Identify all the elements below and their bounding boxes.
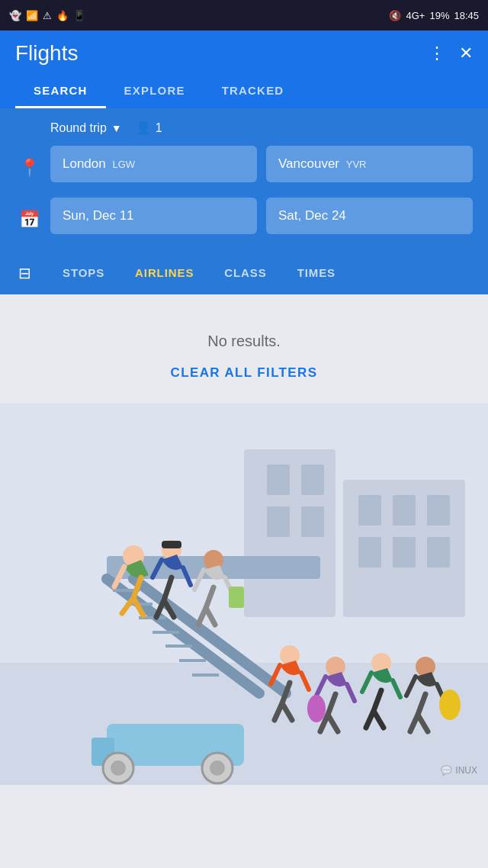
app-header: Flights ⋮ ✕ SEARCH EXPLORE TRACKED bbox=[0, 31, 488, 108]
wechat-icon: 💬 bbox=[441, 765, 452, 776]
tab-tracked[interactable]: TRACKED bbox=[204, 76, 303, 108]
origin-input[interactable]: London LGW bbox=[50, 146, 257, 182]
boarding-illustration bbox=[0, 403, 488, 785]
calendar-icon: 📅 bbox=[15, 210, 43, 230]
passengers-count: 1 bbox=[156, 121, 162, 135]
svg-rect-7 bbox=[358, 495, 381, 526]
filter-tab-times[interactable]: TIMES bbox=[282, 262, 351, 284]
search-panel: Round trip ▼ 👤 1 📍 London LGW Vancouver … bbox=[0, 108, 488, 254]
filter-bar: ⊟ STOPS AIRLINES CLASS TIMES bbox=[0, 254, 488, 294]
title-row: Flights ⋮ ✕ bbox=[15, 41, 473, 66]
location-row: 📍 London LGW Vancouver YVR bbox=[15, 146, 473, 190]
svg-point-40 bbox=[210, 760, 225, 776]
trip-options-row: Round trip ▼ 👤 1 bbox=[50, 121, 473, 135]
main-content: No results. CLEAR ALL FILTERS bbox=[0, 294, 488, 785]
return-date-input[interactable]: Sat, Dec 24 bbox=[266, 198, 473, 234]
svg-rect-28 bbox=[229, 587, 244, 608]
svg-point-27 bbox=[204, 550, 223, 570]
flame-icon: 🔥 bbox=[56, 10, 69, 21]
svg-point-32 bbox=[371, 653, 391, 673]
destination-input[interactable]: Vancouver YVR bbox=[266, 146, 473, 182]
svg-point-38 bbox=[111, 760, 126, 776]
location-pin-icon: 📍 bbox=[15, 158, 43, 178]
filter-tab-airlines[interactable]: AIRLINES bbox=[120, 262, 209, 284]
date-inputs: Sun, Dec 11 Sat, Dec 24 bbox=[50, 198, 473, 234]
passengers-selector[interactable]: 👤 1 bbox=[136, 121, 162, 135]
filter-tabs: STOPS AIRLINES CLASS TIMES bbox=[47, 262, 477, 284]
tab-search[interactable]: SEARCH bbox=[15, 76, 106, 108]
svg-rect-9 bbox=[427, 495, 450, 526]
round-trip-button[interactable]: Round trip ▼ bbox=[50, 121, 122, 135]
round-trip-label: Round trip bbox=[50, 121, 107, 135]
svg-point-30 bbox=[326, 657, 345, 677]
time-text: 18:45 bbox=[454, 10, 479, 21]
android-icon: 📱 bbox=[73, 10, 85, 21]
depart-date-input[interactable]: Sun, Dec 11 bbox=[50, 198, 257, 234]
filter-tab-class[interactable]: CLASS bbox=[209, 262, 281, 284]
filter-tab-stops[interactable]: STOPS bbox=[47, 262, 120, 284]
svg-rect-4 bbox=[267, 506, 290, 537]
wifi-icon: 📶 bbox=[26, 10, 38, 21]
svg-point-31 bbox=[307, 695, 326, 722]
person-icon: 👤 bbox=[136, 121, 151, 135]
header-icons: ⋮ ✕ bbox=[429, 43, 473, 63]
battery-text: 19% bbox=[429, 10, 449, 21]
svg-point-29 bbox=[280, 645, 300, 665]
signal-text: 4G+ bbox=[406, 10, 425, 21]
main-tabs: SEARCH EXPLORE TRACKED bbox=[15, 76, 473, 108]
close-icon[interactable]: ✕ bbox=[459, 43, 473, 63]
watermark-text: INUX bbox=[455, 765, 477, 776]
svg-rect-10 bbox=[358, 537, 381, 567]
snapchat-icon: 👻 bbox=[9, 10, 21, 21]
location-inputs: London LGW Vancouver YVR bbox=[50, 146, 473, 182]
svg-rect-12 bbox=[427, 537, 450, 567]
illustration-area: 💬 INUX bbox=[0, 403, 488, 785]
svg-point-34 bbox=[439, 690, 461, 720]
svg-rect-8 bbox=[393, 495, 416, 526]
svg-rect-26 bbox=[162, 541, 181, 548]
tab-explore[interactable]: EXPLORE bbox=[106, 76, 204, 108]
more-options-icon[interactable]: ⋮ bbox=[429, 43, 445, 63]
no-results-text: No results. bbox=[207, 333, 281, 350]
chevron-down-icon: ▼ bbox=[111, 122, 122, 134]
status-icons: 👻 📶 ⚠ 🔥 📱 bbox=[9, 10, 85, 21]
date-row: 📅 Sun, Dec 11 Sat, Dec 24 bbox=[15, 198, 473, 242]
svg-rect-11 bbox=[393, 537, 416, 567]
status-info: 🔇 4G+ 19% 18:45 bbox=[389, 10, 479, 21]
filter-sliders-icon: ⊟ bbox=[11, 264, 38, 282]
svg-point-33 bbox=[416, 657, 435, 677]
warning-icon: ⚠ bbox=[43, 10, 52, 21]
watermark: 💬 INUX bbox=[441, 765, 477, 776]
status-bar: 👻 📶 ⚠ 🔥 📱 🔇 4G+ 19% 18:45 bbox=[0, 0, 488, 31]
svg-rect-3 bbox=[301, 465, 324, 495]
svg-rect-2 bbox=[267, 465, 290, 495]
svg-rect-5 bbox=[301, 506, 324, 537]
app-title: Flights bbox=[15, 41, 78, 66]
clear-filters-button[interactable]: CLEAR ALL FILTERS bbox=[171, 365, 318, 381]
mute-icon: 🔇 bbox=[389, 10, 401, 21]
